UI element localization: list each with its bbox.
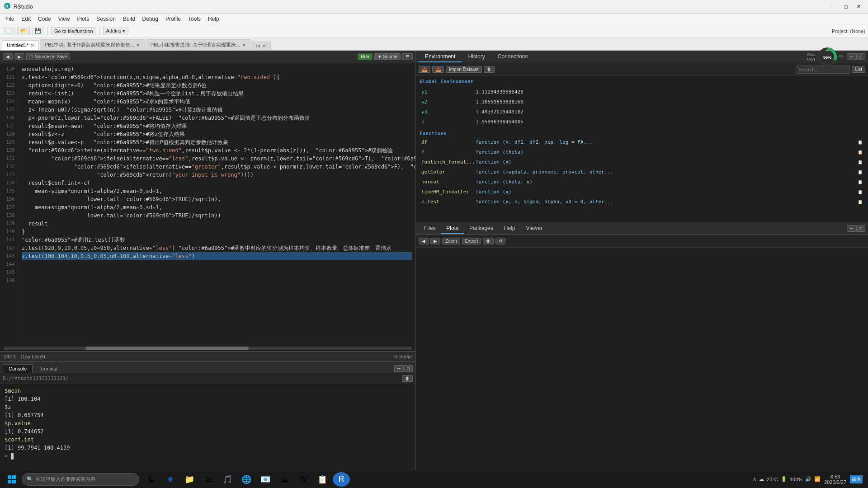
env-minimize[interactable]: ─ [847, 53, 856, 60]
env-tab-connections[interactable]: Connections [491, 52, 534, 62]
env-maximize[interactable]: □ [856, 53, 865, 60]
plots-delete[interactable]: 🗑 [483, 238, 494, 244]
close-button[interactable]: ✕ [853, 2, 864, 11]
minimize-button[interactable]: ─ [827, 2, 839, 11]
menu-item-profile[interactable]: Profile [162, 15, 184, 23]
env-tab-environment[interactable]: Environment [419, 52, 462, 62]
menu-item-tools[interactable]: Tools [184, 15, 204, 23]
tab-rx[interactable]: rx ✕ [251, 41, 271, 50]
menu-item-help[interactable]: Help [204, 15, 223, 23]
line-num-128: 128 [0, 130, 15, 138]
edge-button[interactable]: e [162, 472, 179, 487]
list-view-button[interactable]: List [852, 66, 865, 73]
code-line-138: mean+sigma*qnorm(1-alpha/2,mean=0,sd=1, [22, 203, 412, 211]
line-num-133: 133 [0, 171, 15, 179]
plots-tab-files[interactable]: Files [419, 223, 441, 234]
groove-button[interactable]: 🎵 [219, 472, 236, 487]
clear-env[interactable]: 🗑 [484, 66, 495, 73]
console-path: D:/rstudio11111111111/ [3, 375, 69, 381]
line-num-121: 121 [0, 73, 15, 81]
tab-close-3[interactable]: ✕ [262, 43, 266, 48]
menu-item-build[interactable]: Build [119, 15, 139, 23]
addins-button[interactable]: Addins ▾ [103, 27, 129, 35]
clock[interactable]: 8:53 2020/6/27 [824, 474, 846, 485]
menu-item-view[interactable]: View [55, 15, 74, 23]
tab-close-1[interactable]: ✕ [136, 42, 140, 47]
toolbar-separator [47, 27, 48, 36]
menu-item-file[interactable]: File [2, 15, 18, 23]
onedrive-button[interactable]: ☁ [276, 472, 293, 487]
console-section-line: $mean [5, 387, 411, 395]
console-toolbar: D:/rstudio11111111111/ → 🗑 [0, 373, 415, 384]
plots-back[interactable]: ◀ [419, 238, 429, 244]
browser-app[interactable]: 🌐 [238, 472, 255, 487]
code-line-131: "color:#569cd6">ifelse(alternative=="two… [22, 146, 412, 155]
open-file-button[interactable]: 📂 [17, 27, 30, 35]
menu-item-edit[interactable]: Edit [18, 15, 34, 23]
import-dataset-button[interactable]: Import Dataset [446, 66, 482, 73]
go-to-file-button[interactable]: Go to file/function [51, 27, 96, 35]
line-num-142: 142 [0, 244, 15, 252]
source-button[interactable]: ▼ Source [374, 53, 401, 60]
menu-item-debug[interactable]: Debug [139, 15, 162, 23]
svg-rect-8 [12, 480, 16, 483]
horizontal-scrollbar[interactable] [4, 347, 412, 350]
code-line-136: mean-sigma*qnorm(1-alpha/2,mean=0,sd=1, [22, 187, 412, 195]
load-workspace[interactable]: 📥 [419, 66, 430, 73]
file-explorer-button[interactable]: 📁 [181, 472, 198, 487]
line-num-144: 144 [0, 260, 15, 268]
menu-item-plots[interactable]: Plots [74, 15, 93, 23]
editor-menu-button[interactable]: ☰ [402, 53, 413, 60]
tab-pbl-1[interactable]: PBL中稿: 基于R语言实现重庆房价走势... ✕ [40, 39, 145, 50]
plots-zoom[interactable]: Zoom [442, 238, 460, 244]
plots-tab-plots[interactable]: Plots [441, 223, 464, 234]
store-button[interactable]: 🛍 [200, 472, 217, 487]
task-view-button[interactable]: ⧉ [143, 472, 160, 487]
back-button[interactable]: ◀ [3, 53, 13, 60]
new-file-button[interactable]: 📄 [3, 27, 15, 35]
start-button[interactable] [2, 472, 22, 487]
menu-item-session[interactable]: Session [93, 15, 119, 23]
tab-pbl-2[interactable]: PBL小组报告提摘: 基于R语言实现重庆... ✕ [146, 39, 250, 50]
tab-close-0[interactable]: ✕ [30, 43, 34, 48]
line-num-120: 120 [0, 65, 15, 73]
save-button[interactable]: 💾 [32, 27, 44, 35]
source-on-save-button[interactable]: ☐ Source on Save [26, 53, 70, 60]
console-tab-console[interactable]: Console [3, 364, 33, 373]
console-area: Console Terminal ─ □ D:/rstudio111111111… [0, 361, 415, 488]
plots-tab-help[interactable]: Help [499, 223, 521, 234]
battery-icon: 🔋 [781, 476, 787, 482]
ime-label[interactable]: 简体 [850, 475, 863, 483]
r-button[interactable]: R [333, 472, 350, 487]
menu-item-code[interactable]: Code [34, 15, 55, 23]
line-num-137: 137 [0, 203, 15, 211]
taskbar-apps: ⧉ e 📁 🛍 🎵 🌐 📧 ☁ W 📋 R [143, 472, 350, 487]
env-tab-history[interactable]: History [462, 52, 491, 62]
code-content[interactable]: anova(shuju.reg)z.test<-"color:#569cd6">… [18, 63, 415, 346]
plots-export[interactable]: Export [462, 238, 481, 244]
tray-chevron[interactable]: ∧ [753, 476, 756, 482]
maximize-button[interactable]: □ [840, 2, 852, 11]
plots-forward[interactable]: ▶ [430, 238, 440, 244]
plots-maximize[interactable]: □ [856, 225, 865, 232]
console-minimize[interactable]: ─ [394, 365, 404, 372]
code-line-143: z.test(928,9,10,0.05,u0=950,alternative=… [22, 244, 412, 252]
tab-untitled1[interactable]: Untitled1* ✕ [2, 40, 39, 50]
plots-tab-packages[interactable]: Packages [464, 223, 499, 234]
plots-refresh[interactable]: ↺ [495, 238, 505, 244]
console-clear[interactable]: 🗑 [402, 375, 413, 382]
clipboard-app[interactable]: 📋 [314, 472, 331, 487]
word-button[interactable]: W [295, 472, 312, 487]
run-button[interactable]: Run [358, 53, 372, 60]
console-maximize[interactable]: □ [404, 365, 413, 372]
mail-button[interactable]: 📧 [257, 472, 274, 487]
console-section-line: $z [5, 403, 411, 411]
plots-minimize[interactable]: ─ [847, 225, 856, 232]
plots-tab-viewer[interactable]: Viewer [520, 223, 547, 234]
console-tab-terminal[interactable]: Terminal [33, 364, 63, 373]
tab-close-2[interactable]: ✕ [242, 42, 245, 47]
code-editor[interactable]: 1201211221231241251261271281291301311321… [0, 63, 415, 351]
save-workspace[interactable]: 📤 [432, 66, 444, 73]
forward-button[interactable]: ▶ [14, 53, 24, 60]
taskbar-search[interactable]: 🔍 在这里输入你要搜索的内容 [22, 473, 139, 486]
